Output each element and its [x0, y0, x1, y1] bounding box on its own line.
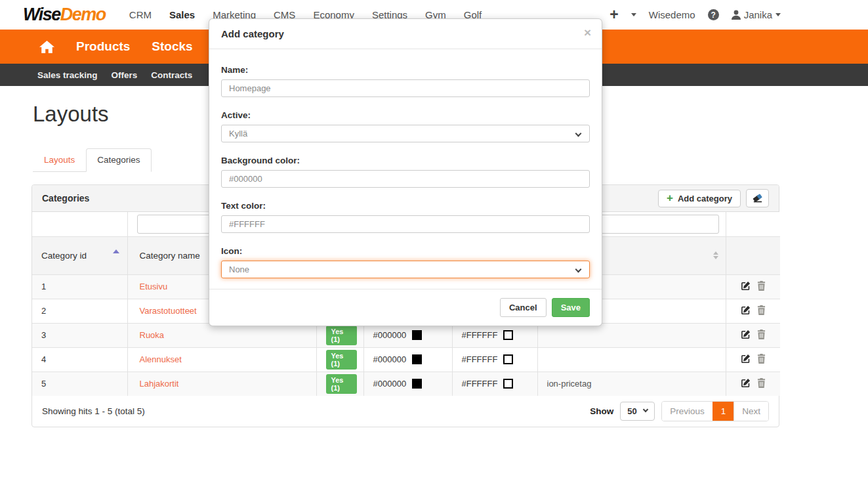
show-label: Show: [590, 406, 613, 416]
quick-add-icon[interactable]: +: [610, 7, 618, 22]
color-value: #000000: [373, 330, 407, 340]
cancel-button[interactable]: Cancel: [500, 298, 547, 317]
delete-icon[interactable]: [757, 330, 766, 341]
category-link[interactable]: Ruoka: [140, 330, 165, 340]
pagination-next[interactable]: Next: [734, 402, 768, 421]
delete-icon[interactable]: [757, 305, 766, 317]
text-color-input[interactable]: [221, 215, 590, 233]
cell-icon: [537, 323, 726, 347]
main-nav-item-stocks[interactable]: Stocks: [152, 39, 192, 54]
column-header-category-id[interactable]: Category id: [32, 236, 127, 274]
cell-active: Yes (1): [316, 372, 363, 396]
home-icon: [39, 41, 54, 53]
sort-ascending-icon: [113, 249, 119, 253]
top-menu-item-sales[interactable]: Sales: [169, 9, 195, 20]
cell-text-color: #FFFFFF: [452, 323, 537, 347]
cell-actions: [726, 299, 780, 323]
tab-bar: Layouts Categories: [33, 148, 152, 172]
edit-icon[interactable]: [741, 330, 751, 341]
column-header-label: Category name: [140, 251, 200, 261]
cell-category-name: Ruoka: [127, 323, 316, 347]
category-link[interactable]: Alennukset: [140, 354, 182, 364]
page-title: Layouts: [33, 102, 109, 127]
background-color-input[interactable]: [221, 170, 590, 188]
home-button[interactable]: [39, 41, 54, 53]
close-icon[interactable]: ×: [584, 26, 591, 41]
category-link[interactable]: Lahjakortit: [140, 379, 179, 389]
cell-category-name: Lahjakortit: [127, 372, 316, 396]
edit-icon[interactable]: [741, 354, 751, 366]
tab-layouts[interactable]: Layouts: [33, 148, 86, 171]
column-header-actions: [726, 236, 780, 274]
cell-category-id: 1: [32, 274, 127, 299]
active-badge: Yes (1): [326, 326, 357, 345]
app-window: WiseDemo CRM Sales Marketing CMS Economy…: [0, 0, 868, 489]
delete-icon[interactable]: [757, 281, 766, 293]
column-header-label: Category id: [41, 251, 87, 261]
icon-select[interactable]: None: [221, 261, 590, 278]
table-footer: Showing hits 1 - 5 (total 5) Show 50 Pre…: [32, 396, 779, 427]
add-category-button[interactable]: + Add category: [658, 190, 741, 207]
table-row: 4 Alennukset Yes (1) #000000 #FFFFFF: [32, 347, 780, 372]
cell-category-id: 5: [32, 372, 127, 396]
clear-filters-button[interactable]: [746, 189, 769, 207]
page-size-select[interactable]: 50: [620, 402, 655, 421]
icon-select-wrap: None: [221, 261, 590, 278]
cell-background-color: #000000: [363, 372, 452, 396]
cell-active: Yes (1): [316, 347, 363, 372]
color-swatch-white: [503, 330, 513, 340]
cell-category-id: 4: [32, 347, 127, 372]
color-swatch-white: [503, 379, 513, 389]
form-group-background-color: Background color:: [221, 156, 590, 188]
pagination-tools: Show 50 Previous 1 Next: [590, 401, 769, 421]
caret-down-icon[interactable]: [631, 13, 636, 16]
color-swatch-black: [412, 379, 422, 389]
form-group-icon: Icon: None: [221, 246, 590, 278]
top-menu-item-crm[interactable]: CRM: [129, 9, 152, 20]
active-badge: Yes (1): [326, 350, 357, 370]
sort-both-icon: [713, 251, 718, 259]
active-select-wrap: Kyllä: [221, 125, 590, 142]
pagination-page-1[interactable]: 1: [713, 402, 734, 421]
category-link[interactable]: Varastotuotteet: [140, 306, 197, 316]
workspace-name[interactable]: Wisedemo: [649, 9, 695, 20]
caret-down-icon: [775, 13, 781, 16]
cell-icon: ion-pricetag: [537, 372, 726, 396]
cell-active: Yes (1): [316, 323, 363, 347]
color-swatch-white: [503, 354, 513, 364]
edit-icon[interactable]: [741, 281, 751, 293]
main-nav-item-products[interactable]: Products: [76, 39, 130, 54]
category-link[interactable]: Etusivu: [140, 282, 168, 291]
user-menu[interactable]: Janika: [732, 9, 781, 20]
page-size-select-wrap: 50: [620, 402, 655, 421]
delete-icon[interactable]: [757, 378, 766, 390]
showing-hits-text: Showing hits 1 - 5 (total 5): [42, 406, 145, 416]
help-icon[interactable]: ?: [708, 9, 719, 20]
delete-icon[interactable]: [757, 354, 766, 366]
save-button[interactable]: Save: [552, 298, 590, 317]
eraser-icon: [752, 193, 763, 203]
cell-category-name: Alennukset: [127, 347, 316, 372]
name-label: Name:: [221, 65, 590, 75]
sub-nav-item-contracts[interactable]: Contracts: [151, 70, 192, 80]
logo[interactable]: WiseDemo: [23, 5, 106, 25]
sub-nav-item-offers[interactable]: Offers: [112, 70, 138, 80]
cell-text-color: #FFFFFF: [452, 347, 537, 372]
active-select[interactable]: Kyllä: [221, 125, 590, 142]
tab-categories[interactable]: Categories: [86, 148, 151, 172]
pagination: Previous 1 Next: [661, 401, 769, 421]
name-input[interactable]: [221, 79, 590, 97]
edit-icon[interactable]: [741, 378, 751, 390]
user-name: Janika: [744, 9, 772, 20]
pagination-previous[interactable]: Previous: [662, 402, 713, 421]
sub-nav-item-sales-tracking[interactable]: Sales tracking: [37, 70, 98, 80]
add-category-modal: Add category × Name: Active: Kyllä Backg…: [209, 18, 602, 326]
color-value: #000000: [373, 379, 407, 389]
form-group-name: Name:: [221, 65, 590, 97]
edit-icon[interactable]: [741, 305, 751, 317]
cell-actions: [726, 347, 780, 372]
text-color-label: Text color:: [221, 201, 590, 211]
plus-icon: +: [667, 194, 673, 203]
color-swatch-black: [412, 354, 422, 364]
topbar-right-tools: + Wisedemo ? Janika: [610, 7, 781, 22]
